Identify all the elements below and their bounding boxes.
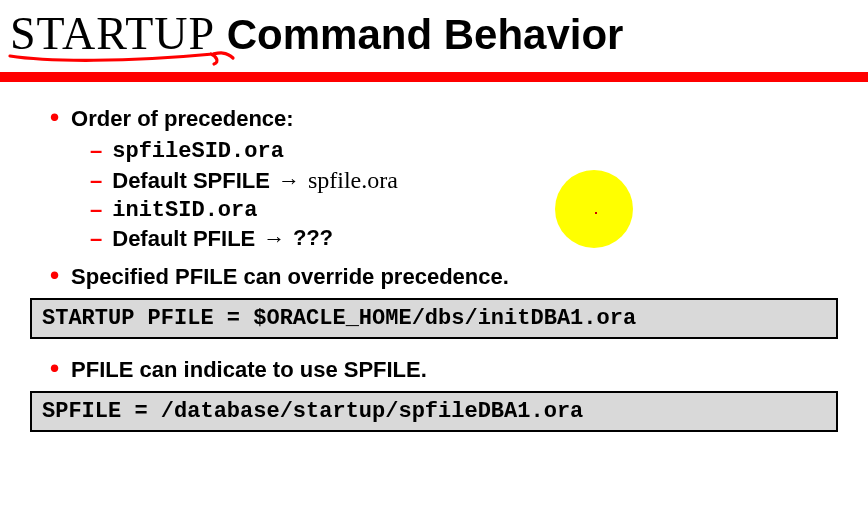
bullet-indicate: • PFILE can indicate to use SPFILE. (50, 357, 838, 383)
bullet-icon: • (50, 264, 59, 286)
subbullet-3-text: initSID.ora (112, 198, 257, 223)
subbullet-2-text: Default SPFILE (112, 168, 270, 194)
codebox2-text: SPFILE = /database/startup/spfileDBA1.or… (42, 399, 583, 424)
hand-underline (8, 48, 238, 68)
subbullet-3: – initSID.ora (90, 197, 838, 223)
indicate-text: PFILE can indicate to use SPFILE. (71, 357, 427, 383)
subbullet-1: – spfileSID.ora (90, 138, 838, 164)
title-rest: Command Behavior (215, 11, 623, 58)
subbullet-2-note: spfile.ora (308, 167, 398, 194)
subbullet-4-text: Default PFILE (112, 226, 255, 252)
subbullet-4-note: ??? (293, 227, 333, 252)
override-text: Specified PFILE can override precedence. (71, 264, 509, 290)
codebox-startup-pfile: STARTUP PFILE = $ORACLE_HOME/dbs/initDBA… (30, 298, 838, 339)
subbullet-2: – Default SPFILE → spfile.ora (90, 167, 838, 194)
arrow-icon: → (278, 168, 300, 194)
slide-body: • Order of precedence: – spfileSID.ora –… (0, 82, 868, 290)
bullet-order-heading: • Order of precedence: (50, 106, 838, 132)
red-divider (0, 72, 868, 82)
bullet-override: • Specified PFILE can override precedenc… (50, 264, 838, 290)
subbullet-1-text: spfileSID.ora (112, 139, 284, 164)
arrow-icon: → (263, 226, 285, 252)
slide-body-2: • PFILE can indicate to use SPFILE. (0, 349, 868, 383)
dash-icon: – (90, 138, 102, 164)
bullet-icon: • (50, 357, 59, 379)
subbullet-4: – Default PFILE → ??? (90, 226, 838, 252)
dash-icon: – (90, 197, 102, 223)
dash-icon: – (90, 226, 102, 252)
codebox-spfile: SPFILE = /database/startup/spfileDBA1.or… (30, 391, 838, 432)
dash-icon: – (90, 168, 102, 194)
slide-title: STARTUP Command Behavior (0, 0, 868, 58)
bullet-icon: • (50, 106, 59, 128)
order-heading-text: Order of precedence: (71, 106, 294, 132)
codebox1-text: STARTUP PFILE = $ORACLE_HOME/dbs/initDBA… (42, 306, 636, 331)
